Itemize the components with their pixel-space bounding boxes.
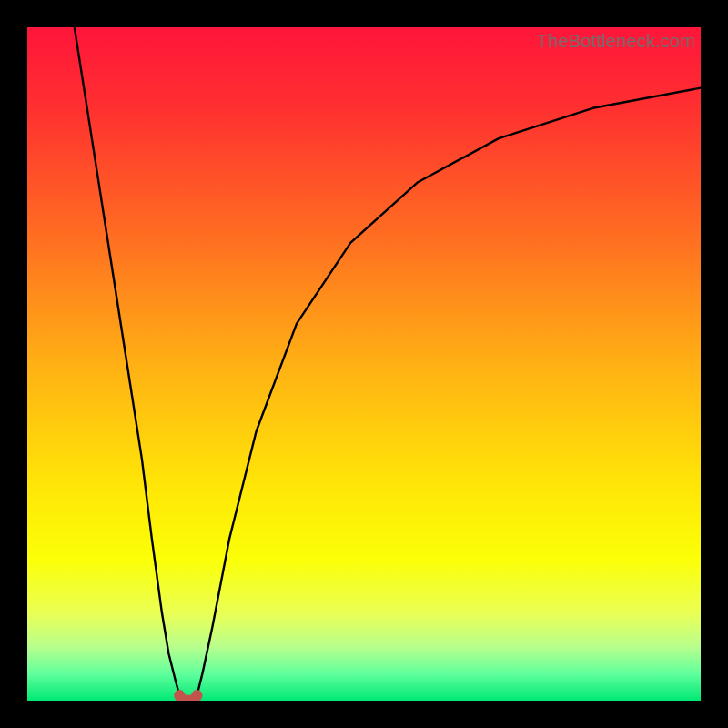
series-optimum-segment <box>179 695 197 701</box>
chart-plot-area: TheBottleneck.com <box>27 27 701 701</box>
chart-svg <box>27 27 701 701</box>
watermark-text: TheBottleneck.com <box>536 31 695 52</box>
chart-background <box>27 27 701 701</box>
chart-frame: TheBottleneck.com <box>0 0 728 728</box>
